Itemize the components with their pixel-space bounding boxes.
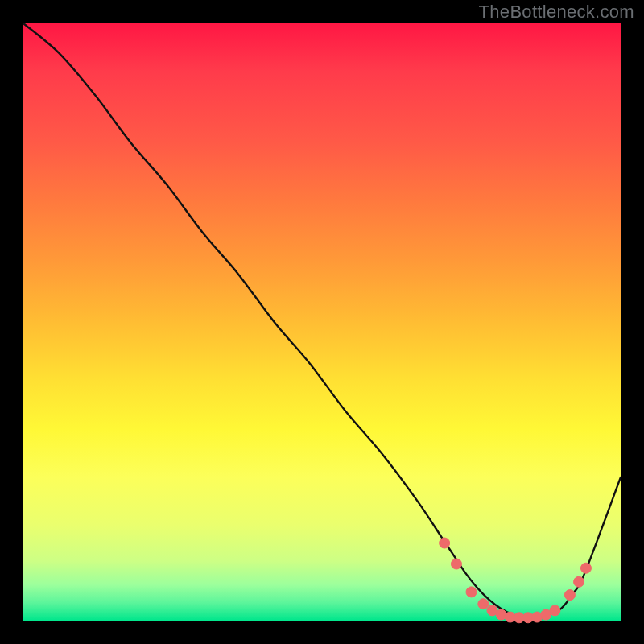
chart-svg bbox=[23, 23, 621, 621]
marker-dot bbox=[466, 587, 477, 597]
marker-group bbox=[440, 538, 592, 623]
marker-dot bbox=[440, 538, 450, 548]
watermark-text: TheBottleneck.com bbox=[479, 2, 634, 23]
marker-dot bbox=[580, 563, 591, 573]
bottleneck-curve bbox=[23, 23, 621, 618]
marker-dot bbox=[550, 605, 560, 616]
marker-dot bbox=[451, 559, 461, 569]
marker-dot bbox=[478, 599, 489, 609]
marker-dot bbox=[564, 590, 575, 601]
marker-dot bbox=[574, 576, 584, 587]
chart-area bbox=[23, 23, 621, 621]
